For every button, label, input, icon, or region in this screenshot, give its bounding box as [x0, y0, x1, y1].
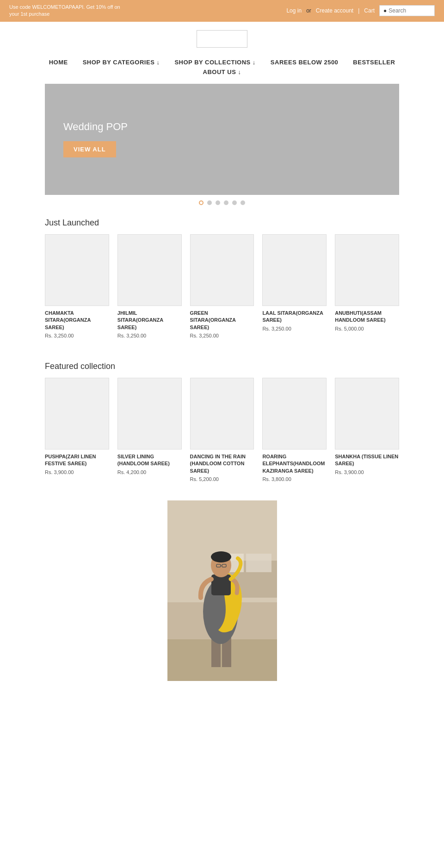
carousel-dots: [0, 200, 444, 205]
woman-saree-image: [167, 500, 277, 681]
dot-4[interactable]: [224, 200, 228, 205]
product-card[interactable]: ROARING ELEPHANTS(HANDLOOM KAZIRANGA SAR…: [262, 378, 327, 482]
product-image: [117, 234, 182, 306]
product-price: Rs. 3,900.00: [335, 469, 399, 475]
product-name: SHANKHA (TISSUE LINEN SAREE): [335, 453, 399, 468]
product-image: [262, 234, 327, 306]
product-card[interactable]: LAAL SITARA(ORGANZA SAREE) Rs. 3,250.00: [262, 234, 327, 338]
product-image: [335, 234, 399, 306]
hero-banner: Wedding POP VIEW ALL: [45, 84, 399, 195]
product-card[interactable]: SILVER LINING (HANDLOOM SAREE) Rs. 4,200…: [117, 378, 182, 482]
svg-point-11: [211, 551, 231, 562]
product-price: Rs. 5,000.00: [335, 326, 399, 331]
svg-rect-9: [211, 575, 231, 595]
featured-image-section: [0, 487, 444, 690]
product-image: [117, 378, 182, 450]
product-card[interactable]: ANUBHUTI(ASSAM HANDLOOM SAREE) Rs. 5,000…: [335, 234, 399, 338]
nav-item-sarees-below-2500[interactable]: SAREES BELOW 2500: [271, 59, 339, 66]
dot-6[interactable]: [240, 200, 245, 205]
product-name: LAAL SITARA(ORGANZA SAREE): [262, 310, 327, 324]
featured-section: Featured collection PUSHPA(ZARI LINEN FE…: [0, 352, 444, 487]
product-price: Rs. 3,250.00: [45, 333, 109, 338]
product-name: CHAMAKTA SITARA(ORGANZA SAREE): [45, 310, 109, 331]
top-banner: Use code WELCOMETOAPAAPI. Get 10% off on…: [0, 0, 444, 22]
product-image: [45, 234, 109, 306]
product-name: JHILMIL SITARA(ORGANZA SAREE): [117, 310, 182, 331]
separator: |: [358, 7, 359, 14]
product-name: SILVER LINING (HANDLOOM SAREE): [117, 453, 182, 468]
nav-item-about-us[interactable]: ABOUT US ↓: [203, 69, 241, 75]
nav-item-home[interactable]: HOME: [49, 59, 68, 66]
view-all-button[interactable]: VIEW ALL: [63, 141, 116, 157]
product-card[interactable]: CHAMAKTA SITARA(ORGANZA SAREE) Rs. 3,250…: [45, 234, 109, 338]
just-launched-title: Just Launched: [45, 218, 399, 228]
or-text: or: [306, 7, 311, 14]
product-name: DANCING IN THE RAIN (HANDLOOM COTTON SAR…: [190, 453, 254, 475]
top-banner-right: Log in or Create account | Cart ●: [286, 5, 435, 16]
nav-item-bestseller[interactable]: BESTSELLER: [353, 59, 395, 66]
product-price: Rs. 3,250.00: [190, 333, 254, 338]
product-image: [45, 378, 109, 450]
product-price: Rs. 4,200.00: [117, 469, 182, 475]
featured-grid: PUSHPA(ZARI LINEN FESTIVE SAREE) Rs. 3,9…: [45, 378, 399, 482]
product-card[interactable]: DANCING IN THE RAIN (HANDLOOM COTTON SAR…: [190, 378, 254, 482]
main-nav: HOME SHOP BY CATEGORIES ↓ SHOP BY COLLEC…: [0, 52, 444, 79]
dot-3[interactable]: [216, 200, 220, 205]
product-price: Rs. 3,900.00: [45, 469, 109, 475]
search-icon: ●: [383, 7, 387, 14]
logo-box: [197, 30, 247, 48]
logo-area: [0, 22, 444, 52]
product-price: Rs. 3,250.00: [117, 333, 182, 338]
product-image: [190, 378, 254, 450]
login-link[interactable]: Log in: [286, 7, 302, 14]
dot-1[interactable]: [199, 200, 204, 205]
product-name: GREEN SITARA(ORGANZA SAREE): [190, 310, 254, 331]
just-launched-grid: CHAMAKTA SITARA(ORGANZA SAREE) Rs. 3,250…: [45, 234, 399, 338]
product-price: Rs. 3,800.00: [262, 476, 327, 482]
promo-text: Use code WELCOMETOAPAAPI. Get 10% off on…: [9, 4, 130, 18]
product-name: ROARING ELEPHANTS(HANDLOOM KAZIRANGA SAR…: [262, 453, 327, 475]
search-box[interactable]: ●: [379, 5, 435, 16]
product-image: [190, 234, 254, 306]
product-image: [262, 378, 327, 450]
product-name: ANUBHUTI(ASSAM HANDLOOM SAREE): [335, 310, 399, 324]
featured-title: Featured collection: [45, 362, 399, 371]
svg-rect-4: [246, 554, 271, 572]
nav-item-shop-by-categories[interactable]: SHOP BY CATEGORIES ↓: [83, 59, 160, 66]
product-price: Rs. 5,200.00: [190, 476, 254, 482]
nav-row-2: ABOUT US ↓: [203, 69, 241, 75]
nav-row-1: HOME SHOP BY CATEGORIES ↓ SHOP BY COLLEC…: [49, 59, 395, 66]
product-price: Rs. 3,250.00: [262, 326, 327, 331]
featured-image-box: [167, 500, 277, 681]
dot-5[interactable]: [232, 200, 237, 205]
product-card[interactable]: PUSHPA(ZARI LINEN FESTIVE SAREE) Rs. 3,9…: [45, 378, 109, 482]
dot-2[interactable]: [207, 200, 212, 205]
product-card[interactable]: JHILMIL SITARA(ORGANZA SAREE) Rs. 3,250.…: [117, 234, 182, 338]
product-name: PUSHPA(ZARI LINEN FESTIVE SAREE): [45, 453, 109, 468]
create-account-link[interactable]: Create account: [316, 7, 353, 14]
product-card[interactable]: SHANKHA (TISSUE LINEN SAREE) Rs. 3,900.0…: [335, 378, 399, 482]
product-image: [335, 378, 399, 450]
product-card[interactable]: GREEN SITARA(ORGANZA SAREE) Rs. 3,250.00: [190, 234, 254, 338]
search-input[interactable]: [388, 7, 430, 14]
just-launched-section: Just Launched CHAMAKTA SITARA(ORGANZA SA…: [0, 209, 444, 343]
cart-link[interactable]: Cart: [364, 7, 375, 14]
hero-title: Wedding POP: [63, 121, 128, 133]
nav-item-shop-by-collections[interactable]: SHOP BY COLLECTIONS ↓: [174, 59, 255, 66]
